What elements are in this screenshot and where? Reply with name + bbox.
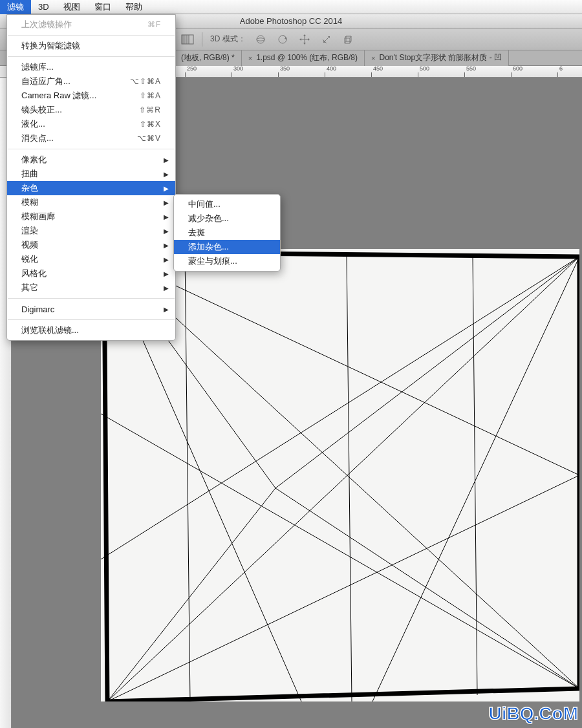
menu-item-label: 其它 — [21, 282, 38, 294]
menu-item-label: 镜头校正... — [21, 104, 62, 116]
submenu-median[interactable]: 中间值... — [174, 197, 280, 211]
menu-item-label: 转换为智能滤镜 — [21, 40, 80, 52]
menu-item-label: Camera Raw 滤镜... — [21, 90, 96, 102]
3d-roll-icon[interactable] — [275, 32, 290, 47]
menu-stylize[interactable]: 风格化▶ — [7, 266, 175, 281]
tab-doc-3[interactable]: × Don't Stop文字形状 前膨胀材质 - 凹 — [365, 50, 509, 66]
menu-pixelate[interactable]: 像素化▶ — [7, 153, 175, 167]
submenu-arrow-icon: ▶ — [164, 185, 169, 192]
panel-toggle-icon[interactable] — [181, 34, 194, 45]
submenu-arrow-icon: ▶ — [164, 199, 169, 206]
submenu-arrow-icon: ▶ — [164, 228, 169, 235]
ruler-tick: 600 — [513, 66, 523, 72]
svg-marker-9 — [303, 43, 306, 45]
menu-item-label: 模糊画廊 — [21, 211, 55, 222]
menu-camera-raw-filter[interactable]: Camera Raw 滤镜...⇧⌘A — [7, 89, 175, 103]
menu-item-label: Digimarc — [21, 305, 54, 314]
svg-line-20 — [107, 488, 275, 701]
close-icon[interactable]: × — [248, 54, 252, 62]
submenu-arrow-icon: ▶ — [164, 306, 169, 313]
tab-doc-2[interactable]: × 1.psd @ 100% (红布, RGB/8) — [242, 50, 365, 66]
tab-label: (地板, RGB/8) * — [181, 52, 235, 63]
ruler-tick: 250 — [187, 66, 197, 72]
submenu-despeckle[interactable]: 去斑 — [174, 226, 280, 240]
menu-item-label: 锐化 — [21, 253, 38, 265]
menu-video[interactable]: 视频▶ — [7, 238, 175, 252]
menu-item-label: 渲染 — [21, 225, 38, 237]
menu-shortcut: ⌥⇧⌘A — [130, 77, 161, 86]
ruler-tick: 400 — [327, 66, 336, 72]
menu-convert-smart-filter[interactable]: 转换为智能滤镜 — [7, 39, 175, 53]
3d-slide-icon[interactable] — [319, 32, 334, 47]
menu-window[interactable]: 窗口 — [87, 0, 118, 14]
submenu-arrow-icon: ▶ — [164, 256, 169, 263]
submenu-arrow-icon: ▶ — [164, 156, 169, 164]
menu-item-label: 视频 — [21, 239, 38, 251]
svg-line-22 — [372, 257, 579, 701]
svg-line-27 — [107, 475, 579, 701]
tab-label: 1.psd @ 100% (红布, RGB/8) — [256, 52, 358, 63]
submenu-arrow-icon: ▶ — [164, 213, 169, 220]
menu-render[interactable]: 渲染▶ — [7, 224, 175, 238]
menu-blur-gallery[interactable]: 模糊画廊▶ — [7, 209, 175, 224]
menu-help[interactable]: 帮助 — [118, 0, 149, 14]
menu-item-label: 消失点... — [21, 133, 54, 144]
3d-mode-label: 3D 模式： — [210, 34, 246, 45]
menu-distort[interactable]: 扭曲▶ — [7, 167, 175, 181]
menu-lens-correction[interactable]: 镜头校正...⇧⌘R — [7, 103, 175, 117]
menubar: 滤镜 3D 视图 窗口 帮助 — [0, 0, 582, 14]
3d-orbit-icon[interactable] — [253, 32, 268, 47]
menu-item-label: 浏览联机滤镜... — [21, 325, 79, 336]
svg-line-23 — [185, 252, 190, 701]
filter-menu-dropdown: 上次滤镜操作 ⌘F 转换为智能滤镜 滤镜库... 自适应广角...⌥⇧⌘A Ca… — [6, 14, 176, 341]
menu-sharpen[interactable]: 锐化▶ — [7, 252, 175, 266]
menu-item-label: 像素化 — [21, 154, 47, 166]
tab-doc-1[interactable]: (地板, RGB/8) * — [175, 50, 242, 66]
menu-view[interactable]: 视图 — [56, 0, 87, 14]
svg-marker-8 — [303, 34, 306, 36]
svg-marker-11 — [308, 38, 310, 41]
menu-filter-gallery[interactable]: 滤镜库... — [7, 60, 175, 74]
menu-separator — [8, 319, 175, 320]
svg-line-16 — [107, 257, 579, 701]
ruler-tick: 6 — [559, 66, 563, 72]
menu-other[interactable]: 其它▶ — [7, 281, 175, 295]
menu-3d[interactable]: 3D — [31, 0, 56, 14]
watermark: UiBQ.CoM — [489, 703, 578, 724]
menu-separator — [8, 149, 175, 149]
menu-vanishing-point[interactable]: 消失点...⌥⌘V — [7, 131, 175, 145]
menu-filter[interactable]: 滤镜 — [0, 0, 31, 14]
svg-line-28 — [101, 414, 579, 689]
menu-separator — [8, 298, 175, 299]
svg-marker-7 — [285, 37, 287, 39]
menu-browse-filters-online[interactable]: 浏览联机滤镜... — [7, 323, 175, 337]
3d-scale-icon[interactable] — [341, 32, 356, 47]
menu-item-label: 上次滤镜操作 — [21, 19, 72, 30]
submenu-reduce-noise[interactable]: 减少杂色... — [174, 211, 280, 226]
submenu-arrow-icon: ▶ — [164, 242, 169, 249]
menu-adaptive-wide-angle[interactable]: 自适应广角...⌥⇧⌘A — [7, 74, 175, 89]
3d-pan-icon[interactable] — [297, 32, 312, 47]
menu-digimarc[interactable]: Digimarc▶ — [7, 302, 175, 316]
ruler-tick: 550 — [466, 66, 476, 72]
menu-last-filter: 上次滤镜操作 ⌘F — [7, 17, 175, 32]
menu-shortcut: ⌥⌘V — [137, 134, 161, 143]
menu-item-label: 杂色 — [21, 182, 38, 194]
svg-rect-1 — [182, 35, 186, 44]
menu-separator — [8, 56, 175, 57]
svg-point-5 — [257, 37, 264, 40]
close-icon[interactable]: × — [371, 54, 375, 62]
menu-liquify[interactable]: 液化...⇧⌘X — [7, 117, 175, 131]
menu-item-label: 扭曲 — [21, 168, 38, 180]
svg-marker-10 — [299, 38, 301, 41]
options-separator — [202, 32, 202, 47]
menu-shortcut: ⇧⌘A — [140, 91, 161, 100]
ruler-tick: 450 — [373, 66, 383, 72]
svg-point-4 — [257, 36, 264, 43]
ruler-tick: 300 — [233, 66, 243, 72]
menu-blur[interactable]: 模糊▶ — [7, 195, 175, 209]
submenu-add-noise[interactable]: 添加杂色... — [174, 240, 280, 254]
submenu-dust-scratches[interactable]: 蒙尘与划痕... — [174, 254, 280, 268]
menu-noise[interactable]: 杂色▶ — [7, 181, 175, 195]
app-title: Adobe Photoshop CC 2014 — [240, 16, 342, 26]
